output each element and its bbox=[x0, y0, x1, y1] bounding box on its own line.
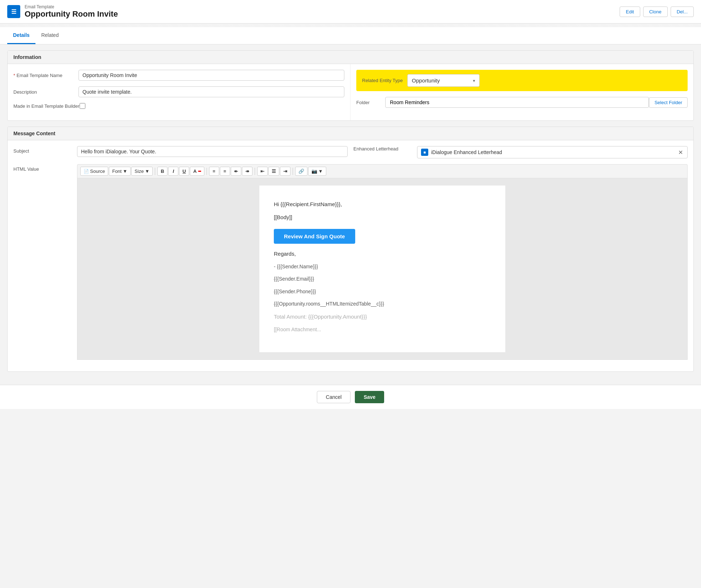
review-sign-quote-button[interactable]: Review And Sign Quote bbox=[274, 229, 355, 244]
description-input[interactable] bbox=[78, 86, 344, 97]
body-placeholder-text: [[Body]] bbox=[274, 213, 491, 222]
folder-row: Folder Select Folder bbox=[356, 97, 688, 108]
select-folder-button[interactable]: Select Folder bbox=[649, 97, 688, 108]
clone-button[interactable]: Clone bbox=[643, 7, 668, 17]
made-in-builder-checkbox[interactable] bbox=[80, 103, 85, 109]
sender-email-text: {{{Sender.Email}}} bbox=[274, 275, 491, 283]
footer-actions: Cancel Save bbox=[0, 385, 701, 409]
subject-label: Subject bbox=[13, 146, 71, 154]
letterhead-field: ■ iDialogue Enhanced Letterhead ✕ bbox=[417, 146, 688, 158]
information-section: Information Email Template Name Descript… bbox=[7, 50, 694, 121]
source-button[interactable]: 📄 Source bbox=[80, 167, 108, 176]
message-content-body: Subject Enhanced Letterhead ■ iDialogue … bbox=[8, 140, 693, 371]
editor-toolbar: 📄 Source Font ▼ Size ▼ B I bbox=[77, 164, 688, 178]
folder-label: Folder bbox=[356, 100, 385, 105]
size-dropdown[interactable]: Size ▼ bbox=[131, 167, 153, 176]
main-content: Information Email Template Name Descript… bbox=[0, 50, 701, 385]
toolbar-sep-3 bbox=[255, 168, 255, 175]
align-right-button[interactable]: ⇥ bbox=[280, 167, 290, 176]
font-label: Font bbox=[112, 169, 122, 174]
font-color-button[interactable]: A bbox=[190, 167, 204, 176]
sender-name-text: - {{{Sender.Name}}} bbox=[274, 263, 491, 270]
bold-button[interactable]: B bbox=[157, 167, 167, 176]
info-left-column: Email Template Name Description Made in … bbox=[8, 64, 350, 120]
subject-row: Subject Enhanced Letterhead ■ iDialogue … bbox=[13, 146, 688, 158]
header-title: Opportunity Room Invite bbox=[25, 9, 118, 19]
unordered-list-button[interactable]: ≡ bbox=[220, 167, 230, 176]
edit-button[interactable]: Edit bbox=[620, 7, 640, 17]
header-actions: Edit Clone Del... bbox=[620, 7, 694, 17]
greeting-text: Hi {{{Recipient.FirstName}}}, bbox=[274, 200, 491, 209]
email-body: Hi {{{Recipient.FirstName}}}, [[Body]] R… bbox=[259, 186, 505, 352]
related-entity-type-row: Related Entity Type Opportunity Lead Con… bbox=[356, 70, 688, 91]
source-label: Source bbox=[90, 169, 105, 174]
total-amount-text: Total Amount: {{{Opportunity.Amount}}} bbox=[274, 312, 491, 321]
information-layout: Email Template Name Description Made in … bbox=[8, 64, 693, 120]
attachment-text: [[Room Attachment... bbox=[274, 325, 491, 333]
folder-input[interactable] bbox=[385, 97, 649, 108]
save-button[interactable]: Save bbox=[355, 391, 384, 403]
letterhead-icon: ■ bbox=[421, 149, 428, 156]
information-section-header: Information bbox=[8, 51, 693, 64]
toolbar-sep-1 bbox=[155, 168, 155, 175]
outdent-button[interactable]: ↞ bbox=[231, 167, 241, 176]
tab-related[interactable]: Related bbox=[35, 27, 64, 44]
cancel-button[interactable]: Cancel bbox=[317, 391, 351, 403]
font-chevron-icon: ▼ bbox=[123, 169, 127, 174]
toolbar-sep-2 bbox=[207, 168, 207, 175]
made-in-builder-row: Made in Email Template Builder bbox=[13, 103, 344, 109]
source-icon: 📄 bbox=[84, 169, 89, 174]
html-value-row: HTML Value 📄 Source Font ▼ Size bbox=[13, 164, 688, 360]
image-button[interactable]: 📷▼ bbox=[308, 167, 326, 176]
align-left-button[interactable]: ⇤ bbox=[257, 167, 268, 176]
align-center-button[interactable]: ☰ bbox=[268, 167, 279, 176]
indent-button[interactable]: ↠ bbox=[242, 167, 252, 176]
delete-button[interactable]: Del... bbox=[671, 7, 694, 17]
sender-phone-text: {{{Sender.Phone}}} bbox=[274, 287, 491, 295]
size-label: Size bbox=[135, 169, 144, 174]
opportunity-table-text: {{{Opportunity.rooms__HTMLItemizedTable_… bbox=[274, 300, 491, 308]
description-label: Description bbox=[13, 89, 78, 95]
email-template-name-row: Email Template Name bbox=[13, 70, 344, 81]
header-subtitle: Email Template bbox=[25, 4, 118, 9]
html-value-label: HTML Value bbox=[13, 164, 71, 172]
editor-container: 📄 Source Font ▼ Size ▼ B I bbox=[77, 164, 688, 360]
email-template-name-input[interactable] bbox=[78, 70, 344, 81]
page-header: ☰ Email Template Opportunity Room Invite… bbox=[0, 0, 701, 24]
related-entity-type-select[interactable]: Opportunity Lead Contact Account bbox=[407, 74, 480, 87]
tab-details[interactable]: Details bbox=[7, 27, 35, 44]
image-chevron-icon: ▼ bbox=[318, 169, 323, 174]
info-right-column: Related Entity Type Opportunity Lead Con… bbox=[350, 64, 693, 120]
editor-area[interactable]: Hi {{{Recipient.FirstName}}}, [[Body]] R… bbox=[77, 178, 688, 360]
link-button[interactable]: 🔗 bbox=[295, 167, 307, 176]
subject-input[interactable] bbox=[77, 146, 348, 157]
underline-button[interactable]: U bbox=[179, 167, 189, 176]
related-entity-type-wrapper: Opportunity Lead Contact Account bbox=[407, 74, 480, 87]
app-icon: ☰ bbox=[7, 5, 20, 18]
email-template-name-label: Email Template Name bbox=[13, 73, 78, 78]
italic-button[interactable]: I bbox=[168, 167, 178, 176]
tab-bar: Details Related bbox=[0, 27, 701, 44]
description-row: Description bbox=[13, 86, 344, 97]
regards-text: Regards, bbox=[274, 250, 491, 258]
font-dropdown[interactable]: Font ▼ bbox=[109, 167, 131, 176]
header-left: ☰ Email Template Opportunity Room Invite bbox=[7, 4, 118, 19]
related-entity-type-label: Related Entity Type bbox=[362, 78, 403, 83]
ordered-list-button[interactable]: ≡ bbox=[209, 167, 219, 176]
enhanced-letterhead-label: Enhanced Letterhead bbox=[353, 146, 411, 152]
header-title-area: Email Template Opportunity Room Invite bbox=[25, 4, 118, 19]
size-chevron-icon: ▼ bbox=[145, 169, 149, 174]
message-content-section: Message Content Subject Enhanced Letterh… bbox=[7, 127, 694, 372]
teal-banner bbox=[0, 24, 701, 27]
message-content-header: Message Content bbox=[8, 127, 693, 140]
made-in-builder-label: Made in Email Template Builder bbox=[13, 103, 80, 109]
related-entity-type-highlight: Related Entity Type Opportunity Lead Con… bbox=[356, 70, 688, 91]
toolbar-sep-4 bbox=[293, 168, 293, 175]
letterhead-name: iDialogue Enhanced Letterhead bbox=[431, 149, 675, 155]
letterhead-close-button[interactable]: ✕ bbox=[677, 149, 684, 156]
